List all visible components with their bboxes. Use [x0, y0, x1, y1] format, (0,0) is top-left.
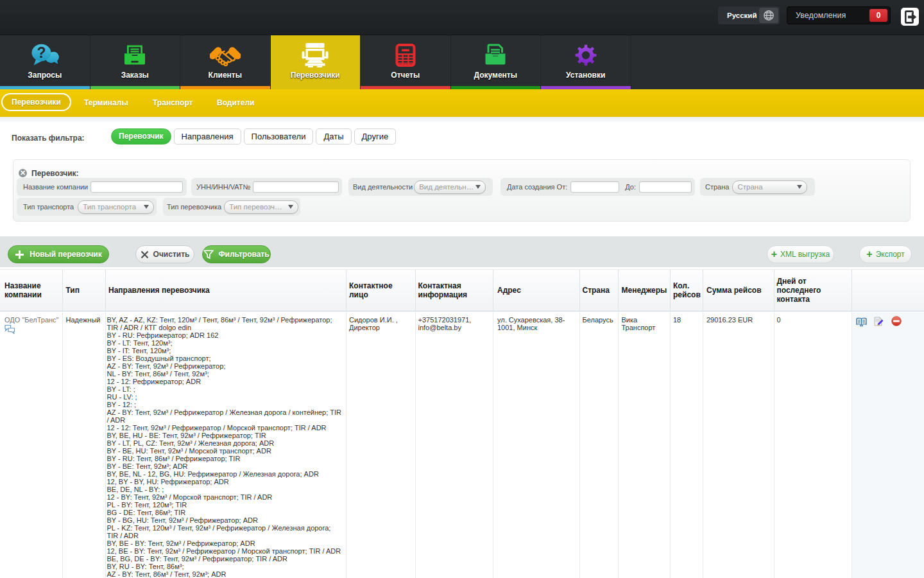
svg-text:?: ?: [37, 44, 46, 61]
